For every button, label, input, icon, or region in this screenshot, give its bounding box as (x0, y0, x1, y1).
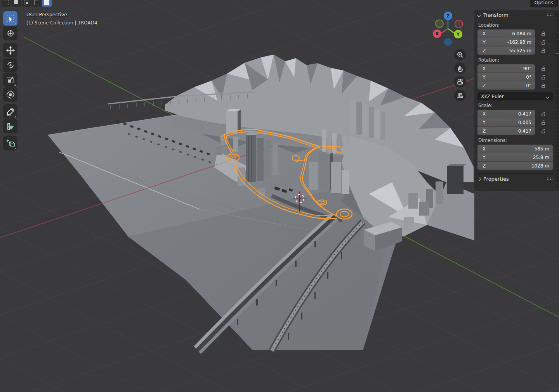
location-z-field[interactable]: Z -55.525 m (477, 47, 535, 55)
move-icon (6, 46, 15, 55)
gizmo-neg-z-ball[interactable] (444, 38, 452, 46)
location-label: Location: (478, 22, 552, 28)
scale-y-field[interactable]: Y 0.005 (477, 118, 535, 127)
select-box-icon (6, 14, 15, 23)
select-mode-circle-icon[interactable] (22, 0, 31, 7)
drag-dots-icon[interactable] (547, 13, 553, 17)
add-cube-tool-button[interactable] (3, 136, 17, 150)
measure-tool-button[interactable] (3, 119, 17, 133)
rotation-z-field[interactable]: Z 0° (477, 81, 535, 90)
dimensions-x-field[interactable]: X 585 m (477, 145, 553, 153)
scale-x-field[interactable]: X 0.417 (477, 110, 535, 118)
cursor-3d-icon (6, 29, 15, 38)
lock-open-icon[interactable] (540, 64, 546, 73)
add-cube-icon (5, 138, 16, 149)
select-mode-active-icon[interactable] (42, 0, 52, 7)
lock-open-icon[interactable] (540, 73, 546, 81)
dimensions-label: Dimensions: (478, 138, 552, 143)
move-tool-button[interactable] (3, 43, 17, 57)
rotate-tool-button[interactable] (3, 58, 17, 72)
annotate-tool-button[interactable] (3, 104, 17, 119)
lock-open-icon[interactable] (540, 81, 546, 90)
chevron-down-icon (546, 95, 549, 98)
hand-icon (457, 65, 464, 72)
scale-icon (6, 75, 15, 85)
location-locks (540, 29, 546, 55)
chevron-right-icon (477, 178, 481, 181)
scale-tool-button[interactable] (3, 73, 17, 87)
rotation-mode-dropdown[interactable]: XYZ Euler (477, 92, 553, 100)
gizmo-neg-x-ball[interactable] (455, 20, 463, 28)
location-x-field[interactable]: X -6.084 m (477, 29, 535, 38)
select-box-tool-button[interactable] (3, 11, 17, 26)
camera-icon (457, 78, 464, 86)
location-y-field[interactable]: Y -162.93 m (477, 38, 535, 47)
rotation-locks (540, 64, 546, 90)
grid-icon (457, 92, 464, 99)
transform-title: Transform (483, 12, 509, 18)
zoom-button[interactable] (454, 49, 466, 60)
select-mode-tweak-icon[interactable] (2, 0, 11, 7)
pan-button[interactable] (454, 62, 466, 74)
zoom-icon (457, 51, 464, 58)
dimensions-fields: X 585 m Y 25.8 m Z 1028 m (477, 145, 553, 170)
transform-icon (6, 90, 15, 99)
options-button[interactable]: Options (530, 0, 558, 7)
annotate-icon (6, 107, 15, 116)
scale-z-field[interactable]: Z 0.417 (477, 127, 535, 135)
lock-open-icon[interactable] (540, 118, 546, 127)
location-fields: X -6.084 m Y -162.93 m Z -55.525 m (477, 29, 535, 55)
rotation-y-field[interactable]: Y 0° (477, 73, 535, 81)
lock-open-icon[interactable] (540, 47, 546, 55)
dimensions-y-field[interactable]: Y 25.8 m (477, 153, 553, 162)
transform-panel-header[interactable]: Transform (477, 10, 553, 20)
scale-fields: X 0.417 Y 0.005 Z 0.417 (477, 110, 535, 135)
rotation-x-field[interactable]: X 90° (477, 64, 535, 73)
lock-open-icon[interactable] (540, 29, 546, 38)
rotation-fields: X 90° Y 0° Z 0° (477, 64, 535, 90)
gizmo-z-label: Z (446, 14, 450, 19)
select-mode-lasso-icon[interactable] (32, 0, 42, 7)
scale-locks (540, 110, 546, 135)
measure-icon (6, 122, 15, 131)
lock-open-icon[interactable] (540, 127, 546, 135)
rotate-icon (6, 60, 15, 70)
scale-label: Scale: (478, 103, 552, 108)
camera-view-button[interactable] (454, 76, 466, 88)
lock-open-icon[interactable] (540, 110, 546, 118)
select-mode-row (2, 0, 52, 7)
chevron-down-icon (477, 14, 481, 17)
rotation-label: Rotation: (478, 57, 552, 63)
transform-tool-button[interactable] (3, 87, 17, 102)
gizmo-neg-y-ball[interactable] (436, 20, 443, 28)
properties-title: Properties (483, 176, 509, 182)
tool-shelf (3, 11, 17, 151)
view-perspective-label: User Perspective (26, 12, 67, 17)
gizmo-y-label: Y (456, 32, 460, 37)
scene-collection-breadcrumb: (1) Scene Collection | 1ROAD4 (26, 20, 97, 26)
sidebar-scrollbar[interactable] (556, 10, 559, 191)
drag-dots-icon[interactable] (547, 177, 553, 181)
axis-marker (556, 53, 559, 54)
properties-panel-header[interactable]: Properties (477, 173, 553, 184)
dimensions-z-field[interactable]: Z 1028 m (477, 162, 553, 170)
select-mode-box-icon[interactable] (12, 0, 21, 7)
toggle-perspective-button[interactable] (454, 90, 466, 101)
cursor-tool-button[interactable] (3, 26, 17, 40)
orientation-gizmo[interactable]: Z X Y (428, 9, 468, 50)
gizmo-x-label: X (436, 31, 439, 36)
sidebar-panel: Transform Location: X -6.084 m Y -162.93… (474, 10, 556, 191)
lock-open-icon[interactable] (540, 38, 546, 47)
